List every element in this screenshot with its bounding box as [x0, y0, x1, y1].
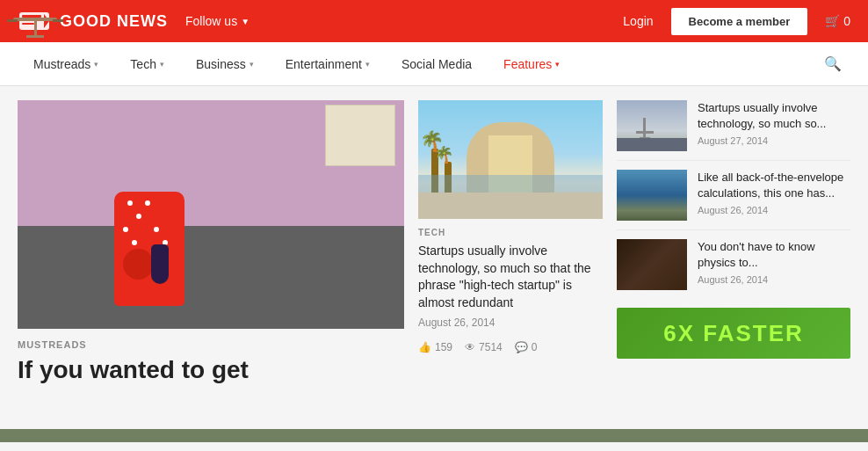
palm-leaves-2: 🌴 [434, 145, 453, 164]
eggplant-shape [151, 244, 169, 284]
polka-dot [132, 240, 137, 245]
article-stats: 👍 159 👁 7514 💬 0 [418, 341, 603, 353]
kitchen-cabinet [325, 105, 395, 166]
thumbs-up-icon: 👍 [418, 341, 431, 353]
navigation: Mustreads ▾ Tech ▾ Business ▾ Entertainm… [0, 42, 868, 86]
cart-icon: 🛒 [825, 14, 840, 28]
kitchen-scene [18, 100, 404, 329]
secondary-article-title[interactable]: Startups usually involve technology, so … [418, 243, 603, 311]
featured-article-title[interactable]: If you wanted to get [18, 355, 404, 385]
coast-image [617, 170, 687, 221]
sidebar-article-1-title[interactable]: Startups usually involve technology, so … [698, 100, 850, 132]
secondary-article-date: August 26, 2014 [418, 316, 603, 329]
sidebar-article-3-date: August 26, 2014 [698, 274, 850, 285]
restaurant-image [617, 239, 687, 290]
sidebar-article-3: You don't have to know physics to... Aug… [617, 230, 850, 299]
sidebar-article-2: Like all back-of-the-envelope calculatio… [617, 161, 850, 230]
nav-tech-arrow-icon: ▾ [160, 60, 164, 69]
city-silhouette [617, 138, 687, 151]
featured-article-image[interactable] [18, 100, 404, 329]
cart-count: 0 [843, 14, 850, 28]
views-stat: 👁 7514 [465, 341, 503, 353]
sidebar-article-3-title[interactable]: You don't have to know physics to... [698, 239, 850, 271]
sidebar: Startups usually involve technology, so … [617, 100, 850, 385]
featured-article: MUSTREADS If you wanted to get [18, 100, 404, 385]
secondary-article-image[interactable]: 🌴 🌴 [418, 100, 603, 219]
banner-text: 6X FASTER [663, 320, 804, 347]
water-reflection [418, 175, 603, 193]
follow-us-arrow-icon: ▼ [241, 17, 250, 26]
nav-item-features[interactable]: Features ▾ [488, 42, 575, 86]
nav-business-label: Business [196, 57, 246, 71]
sidebar-thumb-3[interactable] [617, 239, 687, 290]
logo[interactable]: GOOD NEWS [18, 9, 168, 33]
kitchen-counter [18, 226, 404, 329]
person-apron [114, 192, 184, 306]
nav-entertainment-arrow-icon: ▾ [365, 60, 370, 69]
nav-business-arrow-icon: ▾ [250, 60, 254, 69]
likes-count: 159 [435, 341, 452, 353]
svg-rect-3 [22, 23, 34, 25]
views-count: 7514 [479, 341, 503, 353]
become-member-button[interactable]: Become a member [671, 8, 808, 35]
secondary-article: 🌴 🌴 TECH Startups usually involve techno… [418, 100, 603, 385]
nav-item-social-media[interactable]: Social Media [386, 42, 488, 86]
banner-prefix: 6X [663, 320, 695, 346]
banner-suffix: FASTER [703, 320, 804, 346]
polka-dot [123, 227, 128, 232]
eiffel-image [617, 100, 687, 151]
eye-icon: 👁 [465, 341, 475, 353]
follow-us-button[interactable]: Follow us ▼ [185, 14, 250, 28]
tomato-shape [123, 249, 154, 280]
nav-item-mustreads[interactable]: Mustreads ▾ [18, 42, 114, 86]
header: GOOD NEWS Follow us ▼ Login Become a mem… [0, 0, 868, 42]
polka-dot [145, 200, 150, 206]
sidebar-article-1-content: Startups usually involve technology, so … [698, 100, 850, 146]
road [418, 193, 603, 219]
polka-dot [127, 200, 133, 206]
sidebar-thumb-1[interactable] [617, 100, 687, 151]
comments-stat: 💬 0 [515, 341, 538, 353]
sidebar-article-3-content: You don't have to know physics to... Aug… [698, 239, 850, 285]
nav-tech-label: Tech [130, 57, 156, 71]
login-button[interactable]: Login [623, 14, 653, 28]
nav-mustreads-label: Mustreads [33, 57, 90, 71]
nav-features-label: Features [503, 57, 552, 71]
logo-text: GOOD NEWS [60, 12, 168, 31]
sidebar-article-2-date: August 26, 2014 [698, 205, 850, 215]
cart-button[interactable]: 🛒 0 [825, 14, 850, 28]
sidebar-thumb-2[interactable] [617, 170, 687, 221]
follow-us-label: Follow us [185, 14, 237, 28]
polka-dot [136, 214, 141, 219]
comments-count: 0 [532, 341, 538, 353]
polka-dot [154, 227, 159, 232]
search-icon: 🔍 [824, 56, 842, 71]
featured-article-tag: MUSTREADS [18, 339, 404, 350]
nav-mustreads-arrow-icon: ▾ [94, 60, 98, 69]
nav-item-business[interactable]: Business ▾ [180, 42, 270, 86]
advertisement-banner[interactable]: 6X FASTER [617, 308, 850, 359]
header-right: Login Become a member 🛒 0 [623, 8, 850, 35]
search-button[interactable]: 🔍 [815, 55, 850, 72]
likes-stat: 👍 159 [418, 341, 452, 353]
sidebar-article-2-title[interactable]: Like all back-of-the-envelope calculatio… [698, 170, 850, 201]
nav-item-entertainment[interactable]: Entertainment ▾ [270, 42, 386, 86]
secondary-article-tag: TECH [418, 228, 603, 237]
nav-entertainment-label: Entertainment [286, 57, 362, 71]
main-content: MUSTREADS If you wanted to get 🌴 🌴 TECH … [0, 86, 868, 399]
sidebar-article-1-date: August 27, 2014 [698, 135, 850, 146]
nav-social-media-label: Social Media [401, 57, 472, 71]
tower-mid [636, 131, 654, 134]
sidebar-article-1: Startups usually involve technology, so … [617, 100, 850, 161]
nav-features-arrow-icon: ▾ [555, 60, 560, 69]
palm-scene: 🌴 🌴 [418, 100, 603, 219]
comment-icon: 💬 [515, 341, 528, 353]
nav-item-tech[interactable]: Tech ▾ [114, 42, 180, 86]
sidebar-article-2-content: Like all back-of-the-envelope calculatio… [698, 170, 850, 215]
